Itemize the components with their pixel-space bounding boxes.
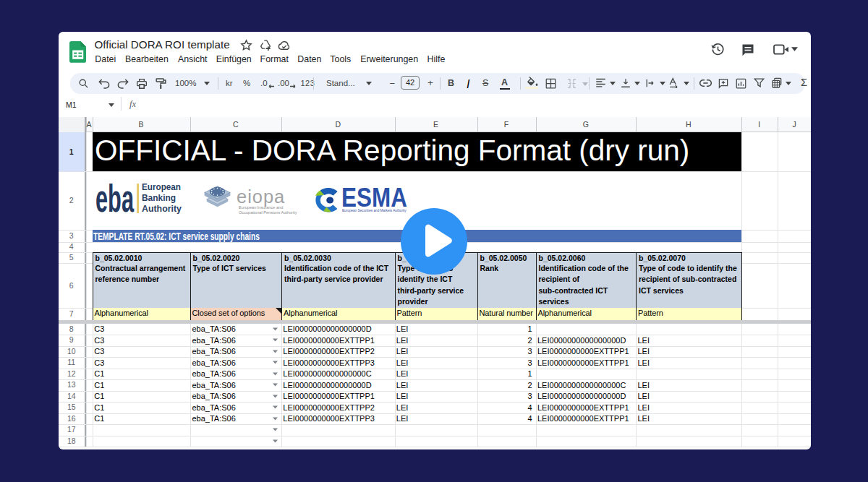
svg-text:Banking: Banking <box>142 193 176 203</box>
svg-text:eba: eba <box>95 176 135 217</box>
svg-text:Authority: Authority <box>142 204 182 214</box>
svg-text:European: European <box>142 182 181 192</box>
